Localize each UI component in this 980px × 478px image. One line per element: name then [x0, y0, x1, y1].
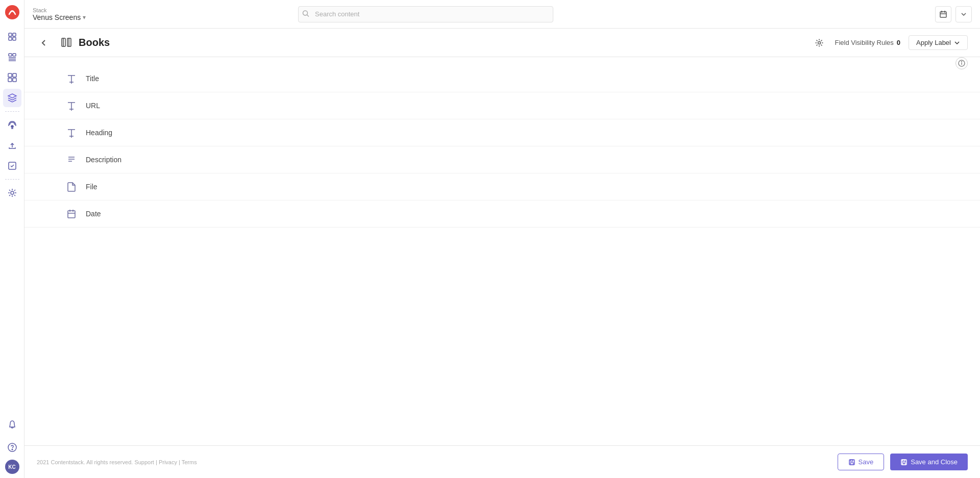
svg-point-20 — [12, 449, 13, 450]
sidebar-item-grid[interactable] — [3, 28, 21, 46]
svg-rect-6 — [13, 54, 16, 56]
url-text-icon — [65, 99, 78, 112]
page-toolbar: Books Field Visibility Rules 0 Apply Lab… — [24, 29, 980, 57]
field-item-heading[interactable]: Heading — [24, 119, 980, 146]
save-button-label: Save — [859, 458, 874, 466]
back-button[interactable] — [37, 36, 51, 50]
svg-point-19 — [8, 443, 16, 451]
field-date-label: Date — [86, 210, 101, 218]
sidebar-item-fields[interactable] — [3, 68, 21, 87]
apply-label-text: Apply Label — [916, 39, 951, 46]
svg-rect-1 — [9, 33, 12, 36]
stack-name: Venus Screens — [33, 13, 81, 21]
page-title-row: Books — [59, 36, 110, 50]
field-item-title[interactable]: Title — [24, 65, 980, 92]
copyright-text: 2021 Contentstack. All rights reserved. … — [37, 459, 197, 465]
svg-point-21 — [303, 11, 308, 15]
sidebar-item-layers[interactable] — [3, 89, 21, 107]
sidebar-item-list[interactable] — [3, 48, 21, 66]
nav-right — [935, 6, 972, 22]
field-title-label: Title — [86, 74, 99, 83]
search-icon — [302, 10, 309, 18]
dropdown-icon-btn[interactable] — [955, 6, 972, 22]
stack-info: Stack Venus Screens ▾ — [33, 7, 104, 21]
books-icon — [59, 36, 74, 50]
sidebar-item-help[interactable] — [3, 438, 21, 457]
svg-point-53 — [962, 62, 962, 62]
page-title: Books — [79, 37, 110, 48]
svg-point-18 — [11, 191, 14, 194]
file-icon — [65, 181, 78, 193]
sidebar-item-upload[interactable] — [3, 136, 21, 155]
field-item-url[interactable]: URL — [24, 92, 980, 119]
user-avatar[interactable]: KC — [5, 460, 19, 474]
calendar-icon-btn[interactable] — [935, 6, 951, 22]
stack-name-row[interactable]: Venus Screens ▾ — [33, 13, 104, 21]
svg-rect-49 — [902, 463, 905, 465]
field-url-label: URL — [86, 102, 100, 110]
toolbar-right: Field Visibility Rules 0 Apply Label — [812, 35, 968, 50]
field-item-date[interactable]: Date — [24, 200, 980, 228]
apply-label-button[interactable]: Apply Label — [909, 35, 968, 50]
support-link[interactable]: Support — [134, 459, 154, 465]
top-nav: Stack Venus Screens ▾ — [24, 0, 980, 29]
sidebar-item-broadcast[interactable] — [3, 116, 21, 134]
sidebar-item-settings[interactable] — [3, 184, 21, 202]
svg-rect-50 — [902, 460, 905, 461]
action-buttons: Save Save and Close — [838, 454, 968, 470]
svg-point-0 — [5, 5, 19, 19]
field-count: 0 — [897, 39, 900, 46]
svg-rect-12 — [8, 78, 12, 82]
paragraph-icon — [65, 154, 78, 166]
save-and-close-button[interactable]: Save and Close — [890, 454, 968, 470]
svg-rect-3 — [9, 37, 12, 40]
field-visibility-label: Field Visibility Rules — [835, 39, 893, 46]
heading-text-icon — [65, 127, 78, 139]
svg-rect-41 — [68, 211, 75, 218]
field-heading-label: Heading — [86, 129, 112, 137]
sidebar-divider-1 — [5, 111, 19, 112]
settings-gear-button[interactable] — [812, 36, 826, 50]
field-description-label: Description — [86, 156, 121, 164]
svg-point-14 — [11, 125, 13, 128]
calendar-field-icon — [65, 208, 78, 220]
content-area: Books Field Visibility Rules 0 Apply Lab… — [24, 29, 980, 478]
sidebar: KC — [0, 0, 24, 478]
stack-chevron-icon: ▾ — [83, 14, 86, 21]
info-button[interactable] — [955, 57, 968, 69]
svg-rect-10 — [8, 73, 12, 77]
sidebar-item-bell[interactable] — [3, 416, 21, 434]
save-close-button-label: Save and Close — [911, 458, 958, 466]
privacy-link[interactable]: Privacy — [159, 459, 177, 465]
svg-rect-4 — [13, 37, 16, 40]
svg-point-31 — [818, 41, 821, 44]
svg-rect-13 — [13, 78, 16, 82]
bottom-bar: 2021 Contentstack. All rights reserved. … — [24, 445, 980, 478]
terms-link[interactable]: Terms — [182, 459, 197, 465]
svg-rect-2 — [13, 33, 16, 36]
app-logo[interactable] — [4, 4, 20, 20]
field-file-label: File — [86, 183, 97, 191]
svg-rect-11 — [13, 73, 16, 77]
sidebar-item-tasks[interactable] — [3, 157, 21, 175]
main-container: Stack Venus Screens ▾ — [24, 0, 980, 478]
fields-container: Title URL — [24, 57, 980, 445]
svg-line-22 — [307, 15, 309, 17]
svg-rect-46 — [850, 463, 853, 465]
sidebar-bottom: KC — [3, 415, 21, 474]
stack-label: Stack — [33, 7, 104, 13]
field-item-file[interactable]: File — [24, 173, 980, 200]
field-item-description[interactable]: Description — [24, 146, 980, 173]
field-visibility: Field Visibility Rules 0 — [835, 39, 900, 46]
svg-rect-47 — [850, 460, 853, 461]
save-button[interactable]: Save — [838, 454, 885, 470]
text-icon — [65, 72, 78, 85]
sidebar-divider-2 — [5, 179, 19, 180]
svg-rect-5 — [9, 54, 12, 56]
search-bar — [298, 6, 553, 22]
search-input[interactable] — [298, 6, 553, 22]
svg-rect-23 — [940, 12, 946, 17]
